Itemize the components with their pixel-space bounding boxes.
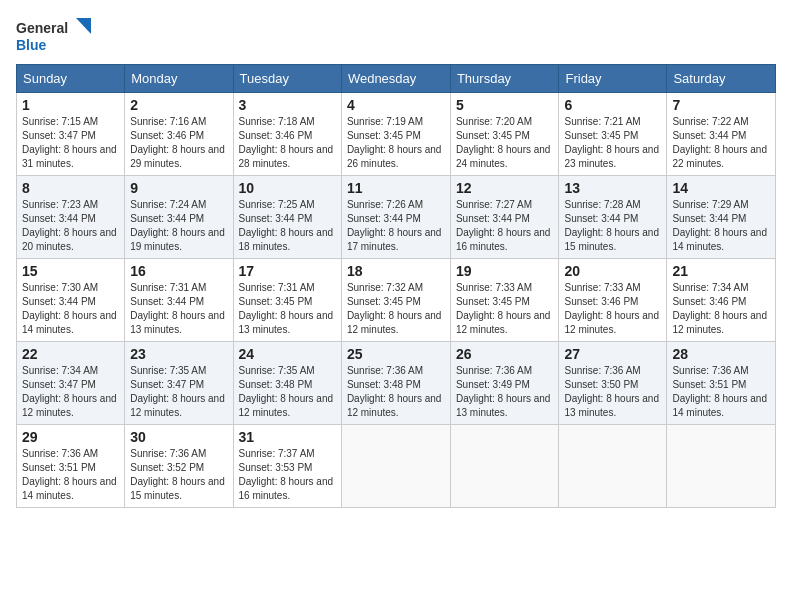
day-info: Sunrise: 7:33 AMSunset: 3:45 PMDaylight:… [456, 281, 554, 337]
day-number: 8 [22, 180, 119, 196]
day-info: Sunrise: 7:19 AMSunset: 3:45 PMDaylight:… [347, 115, 445, 171]
calendar-cell: 29Sunrise: 7:36 AMSunset: 3:51 PMDayligh… [17, 425, 125, 508]
day-number: 10 [239, 180, 336, 196]
day-info: Sunrise: 7:36 AMSunset: 3:49 PMDaylight:… [456, 364, 554, 420]
calendar-cell: 16Sunrise: 7:31 AMSunset: 3:44 PMDayligh… [125, 259, 233, 342]
day-info: Sunrise: 7:36 AMSunset: 3:48 PMDaylight:… [347, 364, 445, 420]
day-number: 11 [347, 180, 445, 196]
day-info: Sunrise: 7:35 AMSunset: 3:48 PMDaylight:… [239, 364, 336, 420]
calendar-cell: 26Sunrise: 7:36 AMSunset: 3:49 PMDayligh… [450, 342, 559, 425]
col-header-friday: Friday [559, 65, 667, 93]
calendar-cell: 25Sunrise: 7:36 AMSunset: 3:48 PMDayligh… [341, 342, 450, 425]
day-info: Sunrise: 7:34 AMSunset: 3:47 PMDaylight:… [22, 364, 119, 420]
calendar-cell: 1Sunrise: 7:15 AMSunset: 3:47 PMDaylight… [17, 93, 125, 176]
page-header: GeneralBlue [16, 16, 776, 56]
day-info: Sunrise: 7:36 AMSunset: 3:51 PMDaylight:… [672, 364, 770, 420]
day-number: 7 [672, 97, 770, 113]
day-info: Sunrise: 7:30 AMSunset: 3:44 PMDaylight:… [22, 281, 119, 337]
calendar-cell: 3Sunrise: 7:18 AMSunset: 3:46 PMDaylight… [233, 93, 341, 176]
day-info: Sunrise: 7:36 AMSunset: 3:50 PMDaylight:… [564, 364, 661, 420]
day-info: Sunrise: 7:26 AMSunset: 3:44 PMDaylight:… [347, 198, 445, 254]
calendar-cell: 30Sunrise: 7:36 AMSunset: 3:52 PMDayligh… [125, 425, 233, 508]
day-info: Sunrise: 7:16 AMSunset: 3:46 PMDaylight:… [130, 115, 227, 171]
day-number: 31 [239, 429, 336, 445]
day-number: 27 [564, 346, 661, 362]
col-header-saturday: Saturday [667, 65, 776, 93]
week-row-3: 15Sunrise: 7:30 AMSunset: 3:44 PMDayligh… [17, 259, 776, 342]
day-number: 14 [672, 180, 770, 196]
svg-marker-2 [76, 18, 91, 34]
day-info: Sunrise: 7:29 AMSunset: 3:44 PMDaylight:… [672, 198, 770, 254]
day-info: Sunrise: 7:36 AMSunset: 3:52 PMDaylight:… [130, 447, 227, 503]
day-number: 26 [456, 346, 554, 362]
day-number: 4 [347, 97, 445, 113]
day-info: Sunrise: 7:27 AMSunset: 3:44 PMDaylight:… [456, 198, 554, 254]
calendar-cell: 7Sunrise: 7:22 AMSunset: 3:44 PMDaylight… [667, 93, 776, 176]
day-number: 2 [130, 97, 227, 113]
day-number: 3 [239, 97, 336, 113]
day-number: 24 [239, 346, 336, 362]
calendar-cell: 13Sunrise: 7:28 AMSunset: 3:44 PMDayligh… [559, 176, 667, 259]
day-number: 6 [564, 97, 661, 113]
week-row-4: 22Sunrise: 7:34 AMSunset: 3:47 PMDayligh… [17, 342, 776, 425]
week-row-5: 29Sunrise: 7:36 AMSunset: 3:51 PMDayligh… [17, 425, 776, 508]
svg-text:General: General [16, 20, 68, 36]
calendar-cell: 5Sunrise: 7:20 AMSunset: 3:45 PMDaylight… [450, 93, 559, 176]
calendar-cell: 18Sunrise: 7:32 AMSunset: 3:45 PMDayligh… [341, 259, 450, 342]
col-header-sunday: Sunday [17, 65, 125, 93]
calendar-cell: 22Sunrise: 7:34 AMSunset: 3:47 PMDayligh… [17, 342, 125, 425]
day-info: Sunrise: 7:31 AMSunset: 3:44 PMDaylight:… [130, 281, 227, 337]
calendar-cell [667, 425, 776, 508]
calendar-cell: 27Sunrise: 7:36 AMSunset: 3:50 PMDayligh… [559, 342, 667, 425]
calendar-cell: 8Sunrise: 7:23 AMSunset: 3:44 PMDaylight… [17, 176, 125, 259]
day-info: Sunrise: 7:31 AMSunset: 3:45 PMDaylight:… [239, 281, 336, 337]
calendar-cell: 20Sunrise: 7:33 AMSunset: 3:46 PMDayligh… [559, 259, 667, 342]
col-header-monday: Monday [125, 65, 233, 93]
calendar-cell: 10Sunrise: 7:25 AMSunset: 3:44 PMDayligh… [233, 176, 341, 259]
day-number: 5 [456, 97, 554, 113]
calendar-cell: 2Sunrise: 7:16 AMSunset: 3:46 PMDaylight… [125, 93, 233, 176]
day-number: 9 [130, 180, 227, 196]
day-info: Sunrise: 7:36 AMSunset: 3:51 PMDaylight:… [22, 447, 119, 503]
calendar-cell: 9Sunrise: 7:24 AMSunset: 3:44 PMDaylight… [125, 176, 233, 259]
calendar-cell: 17Sunrise: 7:31 AMSunset: 3:45 PMDayligh… [233, 259, 341, 342]
day-info: Sunrise: 7:20 AMSunset: 3:45 PMDaylight:… [456, 115, 554, 171]
day-info: Sunrise: 7:25 AMSunset: 3:44 PMDaylight:… [239, 198, 336, 254]
day-info: Sunrise: 7:33 AMSunset: 3:46 PMDaylight:… [564, 281, 661, 337]
day-info: Sunrise: 7:24 AMSunset: 3:44 PMDaylight:… [130, 198, 227, 254]
day-number: 21 [672, 263, 770, 279]
day-number: 30 [130, 429, 227, 445]
week-row-1: 1Sunrise: 7:15 AMSunset: 3:47 PMDaylight… [17, 93, 776, 176]
calendar-cell: 4Sunrise: 7:19 AMSunset: 3:45 PMDaylight… [341, 93, 450, 176]
col-header-tuesday: Tuesday [233, 65, 341, 93]
week-row-2: 8Sunrise: 7:23 AMSunset: 3:44 PMDaylight… [17, 176, 776, 259]
day-number: 1 [22, 97, 119, 113]
calendar-cell [450, 425, 559, 508]
day-info: Sunrise: 7:37 AMSunset: 3:53 PMDaylight:… [239, 447, 336, 503]
day-number: 23 [130, 346, 227, 362]
day-info: Sunrise: 7:34 AMSunset: 3:46 PMDaylight:… [672, 281, 770, 337]
calendar-cell [559, 425, 667, 508]
calendar-cell: 23Sunrise: 7:35 AMSunset: 3:47 PMDayligh… [125, 342, 233, 425]
col-header-thursday: Thursday [450, 65, 559, 93]
day-number: 25 [347, 346, 445, 362]
day-number: 19 [456, 263, 554, 279]
logo: GeneralBlue [16, 16, 96, 56]
calendar-cell: 12Sunrise: 7:27 AMSunset: 3:44 PMDayligh… [450, 176, 559, 259]
day-number: 15 [22, 263, 119, 279]
day-number: 22 [22, 346, 119, 362]
day-number: 18 [347, 263, 445, 279]
calendar-cell: 21Sunrise: 7:34 AMSunset: 3:46 PMDayligh… [667, 259, 776, 342]
day-number: 13 [564, 180, 661, 196]
col-header-wednesday: Wednesday [341, 65, 450, 93]
day-info: Sunrise: 7:23 AMSunset: 3:44 PMDaylight:… [22, 198, 119, 254]
calendar-cell [341, 425, 450, 508]
day-number: 29 [22, 429, 119, 445]
calendar-cell: 11Sunrise: 7:26 AMSunset: 3:44 PMDayligh… [341, 176, 450, 259]
calendar-cell: 14Sunrise: 7:29 AMSunset: 3:44 PMDayligh… [667, 176, 776, 259]
svg-text:Blue: Blue [16, 37, 47, 53]
day-number: 12 [456, 180, 554, 196]
calendar-cell: 19Sunrise: 7:33 AMSunset: 3:45 PMDayligh… [450, 259, 559, 342]
day-info: Sunrise: 7:28 AMSunset: 3:44 PMDaylight:… [564, 198, 661, 254]
day-info: Sunrise: 7:21 AMSunset: 3:45 PMDaylight:… [564, 115, 661, 171]
